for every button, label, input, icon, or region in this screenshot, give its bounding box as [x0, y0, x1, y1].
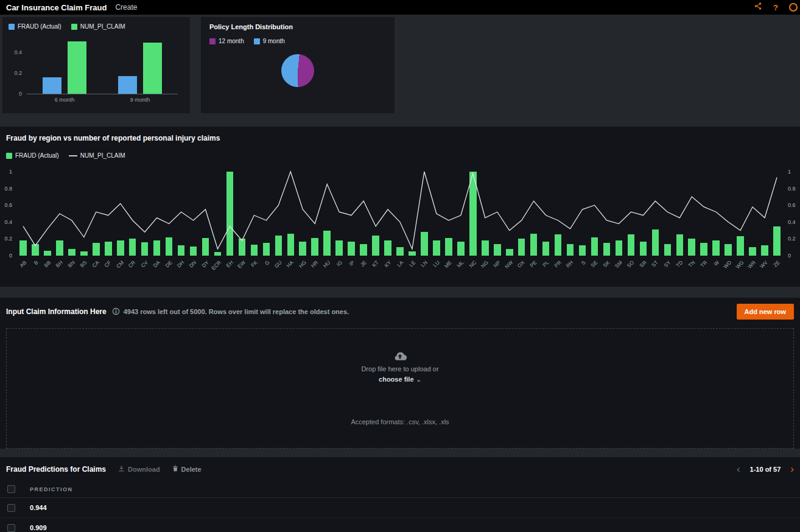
x-axis-label-text: JE: [359, 259, 368, 268]
x-axis-label-text: HG: [297, 259, 307, 269]
x-axis-label: CA: [90, 257, 102, 278]
x-axis-label: ML: [455, 257, 467, 278]
x-axis-label: G: [260, 257, 272, 278]
legend-item: FRAUD (Actual): [6, 152, 59, 159]
x-axis-label-text: NW: [504, 259, 514, 270]
x-axis-label-text: ME: [443, 259, 453, 269]
x-axis-label-text: RH: [565, 259, 575, 269]
x-axis-label: DE: [163, 257, 175, 278]
predictions-body: 0.9440.909: [0, 498, 800, 532]
x-axis-label: IG: [333, 257, 345, 278]
legend-item: 9 month: [254, 38, 285, 44]
prev-page-icon[interactable]: ‹: [737, 464, 740, 474]
chart-title: Fraud by region vs number of reported pe…: [0, 134, 800, 142]
file-dropzone[interactable]: Drop file here to upload or choose file …: [6, 328, 794, 449]
x-axis-label: SK: [601, 257, 613, 278]
x-axis-label: FK: [248, 257, 260, 278]
x-axis-label: LA: [394, 257, 406, 278]
row-checkbox[interactable]: [7, 524, 15, 532]
row-checkbox[interactable]: [7, 504, 15, 512]
pagination-label: 1-10 of 57: [750, 466, 781, 473]
trash-icon: [172, 465, 178, 473]
x-axis-label: NW: [504, 257, 516, 278]
x-axis-label-text: LU: [432, 259, 441, 268]
x-axis-label-text: TR: [699, 259, 708, 268]
x-axis-label: TR: [698, 257, 710, 278]
x-axis-label-text: SK: [602, 259, 611, 268]
x-axis-label-text: CA: [91, 259, 100, 268]
x-axis-label: BH: [54, 257, 66, 278]
x-axis-label: JE: [357, 257, 370, 278]
y-axis-tick: 0.4: [14, 49, 22, 55]
x-axis-label: KY: [382, 257, 394, 278]
line-swatch-icon: [69, 155, 77, 156]
y-axis-tick: 0.8: [788, 186, 796, 192]
bar-group: [118, 40, 162, 94]
y-axis-tick: 1: [788, 169, 791, 175]
x-axis-label-text: CR: [127, 259, 137, 269]
y-axis-tick: 0.4: [4, 219, 12, 225]
prediction-value: 0.944: [30, 504, 47, 511]
chevron-down-icon: ⌄: [416, 376, 421, 383]
x-axis-label-text: DY: [200, 259, 209, 268]
x-axis-label: PE: [528, 257, 540, 278]
y-axis-tick: 0: [9, 253, 12, 259]
x-axis-label-text: WV: [759, 259, 769, 270]
add-new-row-button[interactable]: Add new row: [737, 304, 794, 320]
y-axis-tick: 1: [9, 169, 12, 175]
x-axis-label: CV: [139, 257, 151, 278]
x-axis-label-text: W: [713, 259, 721, 267]
x-axis-label-text: SY: [662, 259, 672, 268]
bar: [143, 43, 162, 94]
top-cards-row: FRAUD (Actual) NUM_PI_CLAIM 00.20.4 6 mo…: [0, 15, 800, 116]
create-button[interactable]: Create: [115, 3, 137, 12]
prediction-column-header: PREDICTION: [30, 486, 73, 492]
x-axis-label: ZE: [771, 257, 783, 278]
legend-label: FRAUD (Actual): [15, 152, 59, 159]
select-all-checkbox[interactable]: [7, 485, 15, 493]
table-row: 0.909: [0, 518, 800, 532]
section-title: Input Claim Information Here: [6, 307, 107, 316]
delete-button[interactable]: Delete: [172, 465, 202, 473]
y-axis-tick: 0.2: [788, 236, 796, 242]
x-axis-label-text: KT: [371, 259, 380, 268]
download-icon: [118, 465, 125, 473]
y-axis-tick: 0: [19, 91, 22, 97]
x-axis-label-text: PE: [529, 259, 538, 268]
x-axis-label-text: DN: [188, 259, 198, 269]
choose-file-label: choose file: [379, 376, 413, 383]
table-row: 0.944: [0, 498, 800, 518]
x-axis-label: BN: [66, 257, 78, 278]
help-icon[interactable]: ?: [773, 3, 778, 12]
choose-file-link[interactable]: choose file ⌄: [379, 376, 421, 383]
share-icon[interactable]: [754, 2, 762, 13]
policy-length-card: Policy Length Distribution 12 month 9 mo…: [201, 17, 395, 113]
download-button[interactable]: Download: [118, 465, 160, 473]
x-axis-label-text: TD: [675, 259, 684, 268]
bar: [43, 77, 61, 94]
x-axis-label: AB: [17, 257, 29, 278]
y-axis-tick: 0.2: [4, 236, 12, 242]
combo-chart: 00.20.40.60.81 00.20.40.60.81: [17, 167, 783, 256]
x-axis-label: DH: [175, 257, 188, 278]
predictions-table-header: PREDICTION: [0, 481, 800, 498]
right-y-axis: 00.20.40.60.81: [784, 167, 799, 256]
x-axis-label: SO: [625, 257, 637, 278]
left-y-axis: 00.20.40.60.81: [1, 167, 16, 256]
y-axis-tick: 0.4: [788, 219, 796, 225]
x-axis-label-text: FK: [250, 259, 259, 268]
pie-chart: [281, 54, 314, 87]
x-axis-label: EH: [223, 257, 236, 278]
x-axis-label-text: PL: [541, 259, 550, 268]
x-axis-label: NP: [491, 257, 504, 278]
pagination: ‹ 1-10 of 57 ›: [737, 464, 794, 474]
x-axis-label: W: [710, 257, 722, 278]
mini-bar-plot: [27, 40, 178, 94]
x-axis-label-text: HU: [322, 259, 332, 269]
x-axis-label-text: HR: [310, 259, 320, 269]
dropzone-text: Drop file here to upload or: [361, 365, 438, 373]
x-axis-label: DY: [200, 257, 212, 278]
next-page-icon[interactable]: ›: [790, 464, 794, 474]
x-axis-label: LE: [406, 257, 418, 278]
info-circle-icon[interactable]: [789, 3, 798, 12]
